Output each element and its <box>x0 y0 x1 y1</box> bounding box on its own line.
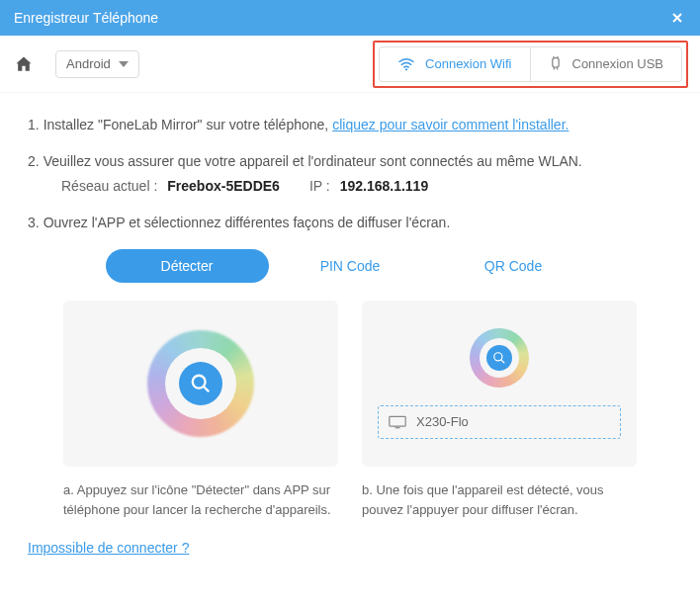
step-3-number: 3. <box>28 213 40 233</box>
method-tabs: Détecter PIN Code QR Code <box>28 249 672 283</box>
svg-point-2 <box>193 376 206 389</box>
svg-rect-1 <box>552 57 558 67</box>
search-icon <box>190 373 212 394</box>
network-label: Réseau actuel : <box>61 176 157 197</box>
window-title: Enregistreur Téléphone <box>14 10 158 26</box>
card-b-box: X230-Flo <box>362 301 637 467</box>
tab-pin-code[interactable]: PIN Code <box>269 249 432 283</box>
card-b-caption: b. Une fois que l'appareil est détecté, … <box>362 480 637 519</box>
card-a-box <box>63 301 338 467</box>
detect-ring-small <box>470 328 529 388</box>
network-value: Freebox-5EDDE6 <box>167 176 280 197</box>
home-icon <box>14 54 34 74</box>
footer: Impossible de connecter ? <box>0 529 700 574</box>
connection-tabs: Connexion Wifi Connexion USB <box>373 41 688 88</box>
monitor-icon <box>389 415 406 429</box>
home-button[interactable] <box>10 50 38 78</box>
wifi-connection-tab[interactable]: Connexion Wifi <box>379 46 529 82</box>
step-1-text: Installez "FoneLab Mirror" sur votre tél… <box>44 115 329 135</box>
svg-point-3 <box>494 353 502 361</box>
cant-connect-link[interactable]: Impossible de connecter ? <box>28 540 189 556</box>
detect-ring <box>147 330 254 437</box>
step-2: 2. Veuillez vous assurer que votre appar… <box>28 151 672 197</box>
step-2-text: Veuillez vous assurer que votre appareil… <box>44 151 582 172</box>
chevron-down-icon <box>119 61 129 67</box>
network-info: Réseau actuel : Freebox-5EDDE6 IP : 192.… <box>28 176 672 197</box>
content-area: 1. Installez "FoneLab Mirror" sur votre … <box>0 93 700 529</box>
title-bar: Enregistreur Téléphone <box>0 0 700 36</box>
close-icon <box>671 12 683 24</box>
tab-qr-code[interactable]: QR Code <box>432 249 595 283</box>
card-a: a. Appuyez sur l'icône "Détecter" dans A… <box>63 301 338 519</box>
detect-indicator <box>486 345 512 371</box>
cards-row: a. Appuyez sur l'icône "Détecter" dans A… <box>28 301 672 519</box>
tab-detect[interactable]: Détecter <box>106 249 269 283</box>
step-1: 1. Installez "FoneLab Mirror" sur votre … <box>28 115 672 135</box>
platform-select[interactable]: Android <box>55 50 139 78</box>
toolbar: Android Connexion Wifi Connexion USB <box>0 36 700 93</box>
ip-label: IP : <box>309 176 330 197</box>
search-small-icon <box>492 351 506 365</box>
usb-connection-tab[interactable]: Connexion USB <box>530 46 683 82</box>
wifi-label: Connexion Wifi <box>425 56 511 71</box>
device-name: X230-Flo <box>416 412 469 432</box>
step-1-number: 1. <box>28 115 40 135</box>
step-2-number: 2. <box>28 151 40 172</box>
usb-icon <box>549 56 563 72</box>
card-b: X230-Flo b. Une fois que l'appareil est … <box>362 301 637 519</box>
svg-point-0 <box>405 68 407 70</box>
wifi-icon <box>397 57 415 71</box>
step-3-text: Ouvrez l'APP et sélectionnez différentes… <box>44 213 451 233</box>
platform-label: Android <box>66 56 111 71</box>
close-button[interactable] <box>668 9 686 27</box>
detected-device[interactable]: X230-Flo <box>378 405 621 439</box>
card-a-caption: a. Appuyez sur l'icône "Détecter" dans A… <box>63 480 338 519</box>
detect-button[interactable] <box>179 362 222 405</box>
install-help-link[interactable]: cliquez pour savoir comment l'installer. <box>332 115 569 135</box>
svg-rect-4 <box>390 416 405 426</box>
step-3: 3. Ouvrez l'APP et sélectionnez différen… <box>28 213 672 233</box>
usb-label: Connexion USB <box>572 56 664 71</box>
ip-value: 192.168.1.119 <box>340 176 429 197</box>
